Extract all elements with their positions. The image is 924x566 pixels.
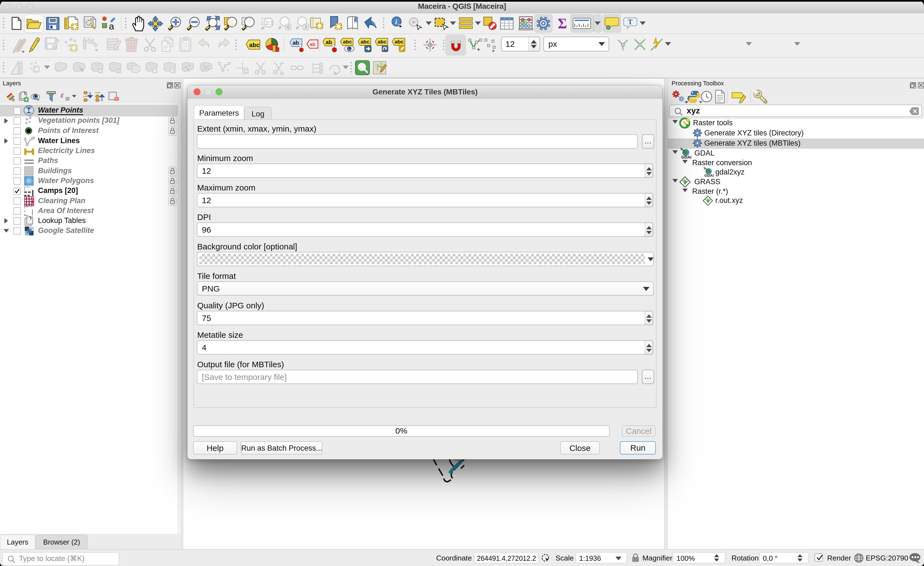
svg-text:GDAL: GDAL bbox=[681, 155, 692, 160]
svg-text:i: i bbox=[395, 18, 398, 26]
svg-text:ab: ab bbox=[292, 40, 299, 46]
svg-text:ab: ab bbox=[310, 42, 315, 47]
svg-text:GDAL: GDAL bbox=[704, 173, 714, 178]
svg-text:abc: abc bbox=[378, 39, 387, 45]
svg-text:1:1: 1:1 bbox=[266, 20, 273, 26]
svg-text:abc: abc bbox=[249, 42, 260, 48]
svg-text:ab: ab bbox=[326, 39, 332, 45]
svg-text:*: * bbox=[226, 68, 229, 75]
svg-text:abc: abc bbox=[394, 39, 404, 45]
svg-text:Σ: Σ bbox=[558, 16, 567, 30]
svg-text:T: T bbox=[628, 18, 633, 26]
svg-text:abc: abc bbox=[343, 39, 352, 45]
svg-text:ε: ε bbox=[61, 91, 64, 99]
svg-text:abc: abc bbox=[360, 39, 370, 45]
svg-text:a: a bbox=[109, 21, 114, 30]
